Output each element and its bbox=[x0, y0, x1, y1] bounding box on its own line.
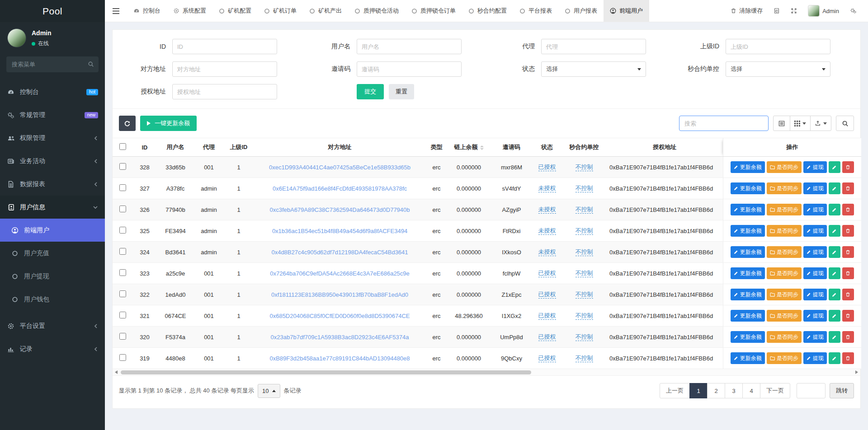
update-balance-button[interactable]: 更新余额 bbox=[731, 267, 765, 279]
status-link[interactable]: 已授权 bbox=[538, 312, 556, 320]
col-header-balance[interactable]: 链上余额 bbox=[447, 138, 491, 157]
page-button-上一页[interactable]: 上一页 bbox=[660, 383, 690, 398]
jump-page-input[interactable] bbox=[797, 383, 826, 398]
control-link[interactable]: 不控制 bbox=[576, 312, 593, 320]
edit-button[interactable] bbox=[829, 267, 840, 279]
row-checkbox[interactable] bbox=[119, 290, 126, 297]
row-checkbox[interactable] bbox=[119, 184, 126, 191]
nav-item-miner-output[interactable]: 矿机产出 bbox=[303, 0, 348, 22]
address-link[interactable]: 0x4d8B27c4c905d62df7d12198DA4fecaC54Bd36… bbox=[271, 249, 408, 256]
auth-address-input[interactable] bbox=[172, 84, 277, 99]
invite-code-input[interactable] bbox=[357, 61, 462, 77]
scroll-right-icon[interactable] bbox=[853, 370, 860, 374]
update-balance-button[interactable]: 更新余额 bbox=[731, 331, 765, 343]
sidebar-item-permissions[interactable]: 权限管理 bbox=[0, 126, 105, 150]
status-link[interactable]: 已授权 bbox=[538, 164, 556, 171]
withdraw-button[interactable]: 提现 bbox=[803, 352, 827, 364]
status-link[interactable]: 未授权 bbox=[538, 206, 556, 214]
fullscreen-button[interactable] bbox=[786, 0, 802, 22]
update-balance-button[interactable]: 更新余额 bbox=[731, 225, 765, 237]
nav-item-seconds-contract-config[interactable]: 秒合约配置 bbox=[462, 0, 513, 22]
withdraw-button[interactable]: 提现 bbox=[803, 310, 827, 322]
nav-item-miner-orders[interactable]: 矿机订单 bbox=[258, 0, 303, 22]
sidebar-item-general[interactable]: 常规管理 new bbox=[0, 103, 105, 126]
sync-button[interactable]: 是否同步 bbox=[767, 331, 802, 343]
edit-button[interactable] bbox=[829, 225, 840, 237]
refresh-page-button[interactable] bbox=[769, 0, 785, 22]
control-link[interactable]: 不控制 bbox=[576, 248, 593, 256]
delete-button[interactable] bbox=[842, 310, 854, 322]
address-link[interactable]: 0x685D204068C85f0CfED0D060f0e8d8D5390674… bbox=[269, 313, 410, 319]
sync-button[interactable]: 是否同步 bbox=[767, 204, 802, 215]
scrollbar-thumb[interactable] bbox=[121, 370, 531, 374]
control-link[interactable]: 不控制 bbox=[576, 206, 593, 214]
sync-button[interactable]: 是否同步 bbox=[767, 352, 802, 364]
settings-button[interactable] bbox=[845, 0, 862, 22]
address-input[interactable] bbox=[172, 61, 277, 77]
control-link[interactable]: 不控制 bbox=[576, 291, 593, 299]
sidebar-search-input[interactable] bbox=[6, 56, 99, 72]
withdraw-button[interactable]: 提现 bbox=[803, 331, 827, 343]
withdraw-button[interactable]: 提现 bbox=[803, 225, 827, 237]
nav-item-frontend-users[interactable]: 前端用户 bbox=[604, 0, 649, 22]
withdraw-button[interactable]: 提现 bbox=[803, 267, 827, 279]
edit-button[interactable] bbox=[829, 204, 840, 215]
row-checkbox[interactable] bbox=[119, 163, 126, 170]
edit-button[interactable] bbox=[829, 289, 840, 300]
sidebar-item-user-deposit[interactable]: 用户充值 bbox=[0, 242, 105, 265]
edit-button[interactable] bbox=[829, 161, 840, 173]
col-header-invite-code[interactable]: 邀请码 bbox=[491, 138, 533, 157]
col-header-auth-address[interactable]: 授权地址 bbox=[607, 138, 723, 157]
update-balance-button[interactable]: 更新余额 bbox=[731, 352, 765, 364]
control-link[interactable]: 不控制 bbox=[576, 355, 593, 362]
edit-button[interactable] bbox=[829, 310, 840, 322]
update-balance-button[interactable]: 更新余额 bbox=[731, 246, 765, 258]
delete-button[interactable] bbox=[842, 289, 854, 300]
status-link[interactable]: 已授权 bbox=[538, 291, 556, 299]
username-input[interactable] bbox=[357, 39, 462, 54]
nav-item-user-reports[interactable]: 用户报表 bbox=[558, 0, 604, 22]
row-checkbox[interactable] bbox=[119, 354, 126, 361]
col-header-status[interactable]: 状态 bbox=[533, 138, 561, 157]
sidebar-item-user-wallet[interactable]: 用户钱包 bbox=[0, 288, 105, 311]
delete-button[interactable] bbox=[842, 161, 854, 173]
sidebar-item-platform-settings[interactable]: 平台设置 bbox=[0, 314, 105, 337]
withdraw-button[interactable]: 提现 bbox=[803, 161, 827, 173]
control-link[interactable]: 不控制 bbox=[576, 185, 593, 192]
update-balance-button[interactable]: 更新余额 bbox=[731, 310, 765, 322]
nav-item-miner-config[interactable]: 矿机配置 bbox=[212, 0, 258, 22]
col-header-contract-control[interactable]: 秒合约单控 bbox=[561, 138, 607, 157]
status-link[interactable]: 未授权 bbox=[538, 185, 556, 192]
columns-button[interactable] bbox=[790, 116, 811, 131]
address-link[interactable]: 0xc3febA679A89C38C7362594Da646473d0D7794… bbox=[269, 206, 410, 213]
nav-item-staking-orders[interactable]: 质押锁仓订单 bbox=[405, 0, 462, 22]
update-balance-button[interactable]: 更新余额 bbox=[731, 161, 765, 173]
status-link[interactable]: 未授权 bbox=[538, 227, 556, 235]
sync-button[interactable]: 是否同步 bbox=[767, 267, 802, 279]
status-link[interactable]: 已授权 bbox=[538, 355, 556, 362]
nav-item-platform-reports[interactable]: 平台报表 bbox=[513, 0, 558, 22]
sync-button[interactable]: 是否同步 bbox=[767, 182, 802, 194]
status-link[interactable]: 已授权 bbox=[538, 270, 556, 277]
sidebar-item-dashboard[interactable]: 控制台 hot bbox=[0, 80, 105, 103]
control-link[interactable]: 不控制 bbox=[576, 333, 593, 341]
col-header-type[interactable]: 类型 bbox=[426, 138, 447, 157]
parent-id-input[interactable] bbox=[726, 39, 830, 54]
sync-button[interactable]: 是否同步 bbox=[767, 161, 802, 173]
sidebar-item-frontend-users[interactable]: 前端用户 bbox=[0, 219, 105, 242]
reset-button[interactable]: 重置 bbox=[389, 84, 414, 99]
update-balance-button[interactable]: 更新余额 bbox=[731, 182, 765, 194]
status-link[interactable]: 已授权 bbox=[538, 333, 556, 341]
address-link[interactable]: 0xf1811123E8136BB950e439013fB70baB8F1edA… bbox=[271, 291, 408, 298]
delete-button[interactable] bbox=[842, 182, 854, 194]
table-search-input[interactable] bbox=[679, 116, 769, 131]
delete-button[interactable] bbox=[842, 352, 854, 364]
row-checkbox[interactable] bbox=[119, 312, 126, 318]
jump-button[interactable]: 跳转 bbox=[830, 383, 854, 398]
sidebar-item-user-withdraw[interactable]: 用户提现 bbox=[0, 265, 105, 288]
hamburger-icon[interactable] bbox=[105, 0, 127, 22]
search-button[interactable] bbox=[836, 116, 854, 131]
sync-button[interactable]: 是否同步 bbox=[767, 246, 802, 258]
sidebar-item-business[interactable]: 业务活动 bbox=[0, 150, 105, 173]
admin-menu[interactable]: Admin bbox=[803, 0, 844, 22]
